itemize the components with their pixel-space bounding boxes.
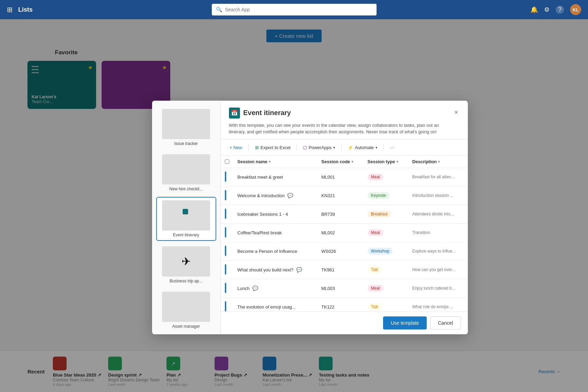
- search-icon: 🔍: [216, 7, 222, 13]
- session-desc-cell: Transition: [408, 223, 468, 242]
- session-name-cell[interactable]: Breakfast meet & greet: [233, 168, 318, 186]
- session-code-cell: WS026: [317, 242, 364, 260]
- chat-icon: 💬: [296, 267, 302, 272]
- top-navigation: ⊞ Lists 🔍 🔔 ⚙ ? KL: [0, 0, 588, 19]
- template-thumb-trip: ✈: [162, 246, 210, 277]
- template-item-business-trip[interactable]: ✈ Business trip ap...: [156, 244, 216, 286]
- session-name-text: What should you build next?: [238, 267, 293, 272]
- modal-main-content: 📅 Event itinerary With this template, yo…: [221, 101, 468, 334]
- row-indicator-cell: [221, 260, 233, 279]
- session-name-text: Welcome & Introduction: [238, 193, 285, 198]
- template-item-issue-tracker[interactable]: Issue tracker: [156, 106, 216, 149]
- session-name-cell[interactable]: Lunch 💬: [233, 279, 318, 298]
- session-type-cell: Workshop: [364, 242, 408, 260]
- session-desc-cell: Breakfast for all atten...: [408, 168, 468, 186]
- select-all-checkbox[interactable]: [225, 159, 229, 164]
- template-thumb-hire: [162, 154, 210, 184]
- session-name-text: Coffee/Tea/Rest break: [238, 230, 282, 235]
- table-row: Welcome & Introduction 💬 KN321 Keynote I…: [221, 186, 468, 205]
- table-row: Coffee/Tea/Rest break ML002 Meal Transit…: [221, 223, 468, 242]
- table-row: Breakfast meet & greet ML001 Meal Breakf…: [221, 168, 468, 186]
- powerapps-button[interactable]: ⬡ PowerApps ▾: [300, 143, 338, 152]
- grid-icon[interactable]: ⊞: [7, 5, 13, 14]
- excel-icon: ⊞: [255, 145, 259, 150]
- modal-title-row: 📅 Event itinerary: [229, 108, 453, 119]
- row-indicator-cell: [221, 223, 233, 242]
- row-indicator-cell: [221, 168, 233, 186]
- session-desc-cell: Enjoy lunch catered b...: [408, 279, 468, 298]
- session-desc-cell: Introduction session ...: [408, 186, 468, 205]
- more-actions-button[interactable]: ···: [387, 143, 397, 152]
- session-name-text: Icebreaker Sessions 1 - 4: [238, 212, 288, 217]
- session-type-cell: Meal: [364, 168, 408, 186]
- table-row: What should you build next? 💬 TK961 Talk…: [221, 260, 468, 279]
- automate-chevron-icon: ▾: [376, 146, 377, 149]
- sort-icon: ▾: [269, 160, 270, 164]
- th-session-code[interactable]: Session code ▾: [317, 156, 364, 168]
- session-desc-cell: Explore ways to influe...: [408, 242, 468, 260]
- template-label-event-itinerary: Event itinerary: [160, 233, 213, 237]
- template-label-issue-tracker: Issue tracker: [159, 141, 214, 146]
- template-item-new-hire[interactable]: New hire checkli...: [156, 152, 216, 194]
- use-template-button[interactable]: Use template: [383, 316, 426, 329]
- session-name-cell[interactable]: What should you build next? 💬: [233, 260, 318, 279]
- session-name-cell[interactable]: Welcome & Introduction 💬: [233, 186, 318, 205]
- sort-icon-2: ▾: [351, 160, 353, 164]
- session-type-badge: Talk: [368, 303, 382, 310]
- bell-icon[interactable]: 🔔: [530, 6, 538, 13]
- session-code-cell: ML001: [317, 168, 364, 186]
- session-name-cell[interactable]: The evolution of emoji usag...: [233, 298, 318, 311]
- session-type-badge: Workshop: [368, 248, 393, 255]
- row-indicator: [225, 209, 226, 219]
- row-indicator: [225, 264, 226, 275]
- session-name-cell[interactable]: Coffee/Tea/Rest break: [233, 223, 318, 242]
- sort-icon-3: ▾: [396, 160, 398, 164]
- template-label-business-trip: Business trip ap...: [159, 279, 214, 283]
- session-name-cell[interactable]: Icebreaker Sessions 1 - 4: [233, 205, 318, 223]
- modal-title-icon: 📅: [229, 108, 240, 119]
- th-description[interactable]: Description ▾: [408, 156, 468, 168]
- session-name-text: The evolution of emoji usag...: [238, 304, 296, 310]
- table-row: Lunch 💬 ML003 Meal Enjoy lunch catered b…: [221, 279, 468, 298]
- session-name-cell[interactable]: Become a Person of Influence: [233, 242, 318, 260]
- session-desc-cell: How can you get over...: [408, 260, 468, 279]
- session-code-cell: ML002: [317, 223, 364, 242]
- modal-header-left: 📅 Event itinerary With this template, yo…: [229, 108, 453, 135]
- search-input[interactable]: [225, 7, 372, 12]
- row-indicator-cell: [221, 205, 233, 223]
- table-container[interactable]: Session name ▾ Session code ▾: [221, 156, 468, 311]
- table-row: Become a Person of Influence WS026 Works…: [221, 242, 468, 260]
- session-desc-cell: Attendees divide into...: [408, 205, 468, 223]
- gear-icon[interactable]: ⚙: [544, 6, 550, 13]
- powerapps-chevron-icon: ▾: [333, 146, 335, 149]
- avatar[interactable]: KL: [570, 4, 581, 15]
- nav-right-actions: 🔔 ⚙ ? KL: [530, 4, 581, 15]
- template-modal: Issue tracker New hire checkli...: [152, 101, 468, 334]
- cancel-button[interactable]: Cancel: [430, 316, 461, 329]
- main-content: + Create new list Favorite ☰ Kat Larson'…: [0, 19, 588, 392]
- table-header-row: Session name ▾ Session code ▾: [221, 156, 468, 168]
- template-item-event-itinerary[interactable]: Event itinerary: [156, 197, 216, 241]
- row-indicator: [225, 227, 226, 237]
- export-excel-button[interactable]: ⊞ Export to Excel: [252, 143, 294, 152]
- row-indicator: [225, 190, 226, 200]
- sessions-table: Session name ▾ Session code ▾: [221, 156, 468, 311]
- th-session-type[interactable]: Session type ▾: [364, 156, 408, 168]
- search-bar[interactable]: 🔍: [212, 4, 377, 15]
- chat-icon: 💬: [287, 193, 293, 198]
- row-indicator: [225, 301, 226, 311]
- automate-button[interactable]: ⚡ Automate ▾: [344, 143, 381, 152]
- session-name-text: Become a Person of Influence: [238, 249, 297, 254]
- toolbar-separator-2: [297, 144, 297, 150]
- modal-close-button[interactable]: ×: [453, 108, 460, 117]
- row-indicator: [225, 171, 226, 182]
- session-code-cell: ML003: [317, 279, 364, 298]
- row-indicator-cell: [221, 186, 233, 205]
- modal-title: Event itinerary: [243, 109, 291, 117]
- th-session-name[interactable]: Session name ▾: [233, 156, 318, 168]
- table-body: Breakfast meet & greet ML001 Meal Breakf…: [221, 168, 468, 311]
- session-type-cell: Meal: [364, 279, 408, 298]
- template-item-asset-manager[interactable]: Asset manager: [156, 289, 216, 332]
- help-icon[interactable]: ?: [556, 5, 564, 14]
- new-button[interactable]: + New: [226, 143, 246, 152]
